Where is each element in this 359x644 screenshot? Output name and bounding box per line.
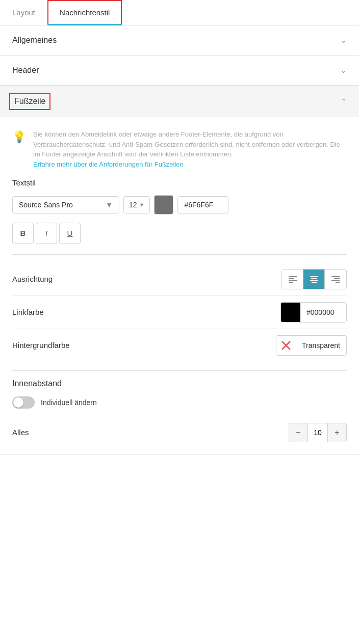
lightbulb-icon: 💡 xyxy=(12,130,26,144)
linkfarbe-swatch xyxy=(281,303,300,322)
toggle-label: Individuell ändern xyxy=(41,398,97,407)
hintergrundfarbe-control: Transparent xyxy=(276,335,347,356)
ausrichtung-label: Ausrichtung xyxy=(12,275,53,283)
chevron-down-icon: ⌄ xyxy=(341,66,347,74)
alles-value-input[interactable] xyxy=(307,423,328,442)
svg-rect-6 xyxy=(310,280,318,281)
accordion-fusszeile-header[interactable]: Fußzeile ⌃ xyxy=(0,86,359,117)
linkfarbe-value: #000000 xyxy=(300,303,346,322)
dropdown-arrow-icon: ▼ xyxy=(106,201,113,209)
accordion-allgemeines: Allgemeines ⌄ xyxy=(0,25,359,56)
accordion-header: Header ⌄ xyxy=(0,56,359,86)
fusszeile-label: Fußzeile xyxy=(12,96,47,107)
accordion-fusszeile: Fußzeile ⌃ 💡 Sie können den Abmeldelink … xyxy=(0,86,359,455)
svg-rect-1 xyxy=(289,278,294,279)
linkfarbe-row: Linkfarbe #000000 xyxy=(12,296,347,329)
stepper-decrement-button[interactable]: − xyxy=(289,423,307,442)
svg-rect-5 xyxy=(311,278,317,279)
font-family-select[interactable]: Source Sans Pro ▼ xyxy=(12,196,119,213)
transparent-swatch xyxy=(276,336,296,355)
font-color-value[interactable]: #6F6F6F xyxy=(177,196,228,213)
italic-button[interactable]: I xyxy=(36,223,57,244)
hintergrundfarbe-value: Transparent xyxy=(296,336,346,355)
textstil-label: Textstil xyxy=(12,178,347,187)
dropdown-arrow-icon: ▼ xyxy=(139,202,145,208)
svg-rect-8 xyxy=(331,276,340,277)
bold-button[interactable]: B xyxy=(12,223,34,244)
toggle-row: Individuell ändern xyxy=(12,396,347,409)
alignment-group xyxy=(281,269,347,289)
divider-2 xyxy=(12,370,347,371)
font-color-swatch[interactable] xyxy=(154,195,173,214)
svg-rect-10 xyxy=(331,280,340,281)
linkfarbe-color-box[interactable]: #000000 xyxy=(280,302,347,323)
align-right-button[interactable] xyxy=(325,270,346,289)
align-left-button[interactable] xyxy=(282,270,303,289)
accordion-header-header[interactable]: Header ⌄ xyxy=(0,56,359,85)
hintergrundfarbe-label: Hintergrundfarbe xyxy=(12,341,70,350)
ausrichtung-control xyxy=(281,269,347,289)
linkfarbe-control: #000000 xyxy=(280,302,347,323)
info-text: Sie können den Abmeldelink oder etwaige … xyxy=(33,129,347,159)
svg-rect-2 xyxy=(289,280,297,281)
info-link[interactable]: Erfahre mehr über die Anforderungen für … xyxy=(33,160,184,168)
divider-1 xyxy=(12,254,347,255)
linkfarbe-label: Linkfarbe xyxy=(12,308,44,316)
innenabstand-section: Innenabstand Individuell ändern Alles − … xyxy=(12,379,347,450)
svg-rect-9 xyxy=(334,278,340,279)
accordion-allgemeines-header[interactable]: Allgemeines ⌄ xyxy=(0,25,359,55)
individuell-toggle[interactable] xyxy=(12,396,35,409)
chevron-up-icon: ⌃ xyxy=(341,97,347,105)
svg-rect-11 xyxy=(336,282,340,283)
tab-layout[interactable]: Layout xyxy=(0,0,47,25)
format-buttons-row: B I U xyxy=(12,223,347,244)
align-center-button[interactable] xyxy=(303,270,325,289)
hintergrundfarbe-row: Hintergrundfarbe Transparent xyxy=(12,329,347,362)
alles-row: Alles − + xyxy=(12,419,347,450)
svg-rect-7 xyxy=(312,282,317,283)
innenabstand-title: Innenabstand xyxy=(12,379,347,388)
stepper-increment-button[interactable]: + xyxy=(328,423,346,442)
svg-rect-0 xyxy=(289,276,297,277)
font-size-select[interactable]: 12 ▼ xyxy=(123,196,150,213)
ausrichtung-row: Ausrichtung xyxy=(12,263,347,296)
svg-rect-3 xyxy=(289,282,293,283)
hintergrundfarbe-color-box[interactable]: Transparent xyxy=(276,335,347,356)
font-row: Source Sans Pro ▼ 12 ▼ #6F6F6F xyxy=(12,195,347,214)
alles-stepper: − + xyxy=(289,423,347,442)
chevron-down-icon: ⌄ xyxy=(341,36,347,44)
tab-bar: Layout Nachrichtenstil xyxy=(0,0,359,25)
fusszeile-content: 💡 Sie können den Abmeldelink oder etwaig… xyxy=(0,117,359,454)
svg-rect-4 xyxy=(310,276,318,277)
info-box: 💡 Sie können den Abmeldelink oder etwaig… xyxy=(12,129,347,168)
tab-nachrichtenstil[interactable]: Nachrichtenstil xyxy=(47,0,122,25)
alles-label: Alles xyxy=(12,428,29,437)
underline-button[interactable]: U xyxy=(59,223,81,244)
